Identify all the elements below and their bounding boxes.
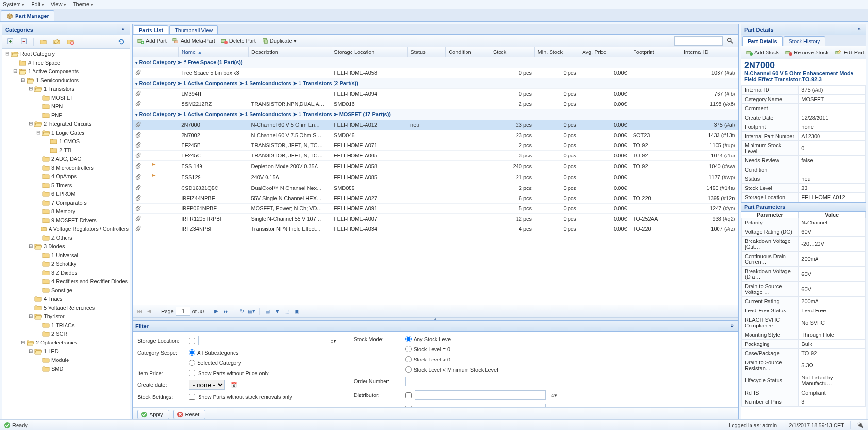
tree-toggle-icon[interactable] — [34, 181, 42, 189]
tree-node[interactable]: ⊟1 LED — [3, 347, 129, 356]
tree-node[interactable]: SMD — [3, 364, 129, 373]
tree-node[interactable]: A Voltage Regulators / Controllers — [3, 224, 129, 233]
tree-node[interactable]: ⊟Thyristor — [3, 312, 129, 321]
tree-toggle-icon[interactable] — [34, 199, 42, 206]
add-stock-button[interactable]: Add Stock — [743, 48, 782, 57]
tree-node[interactable]: 4 Rectifiers and Rectifier Diodes — [3, 277, 129, 286]
tab-stock-history[interactable]: Stock History — [784, 36, 826, 46]
group-header[interactable]: Root Category ➤ 1 Active Components ➤ 1 … — [133, 109, 738, 120]
tree-toggle-icon[interactable] — [34, 356, 42, 364]
tree-node[interactable]: Module — [3, 356, 129, 364]
pager-columns-button[interactable]: ▤ — [264, 308, 271, 315]
group-header[interactable]: Root Category ➤ # Free Space (1 Part(s)) — [133, 57, 738, 68]
parts-grid-wrap[interactable]: Name ▲DescriptionStorage LocationStatusC… — [133, 47, 738, 305]
tree-toggle-icon[interactable] — [34, 365, 42, 373]
pager-refresh-button[interactable]: ↻ — [238, 308, 246, 315]
search-input[interactable] — [674, 36, 723, 46]
scope-all-radio[interactable] — [189, 349, 195, 356]
tree-toggle-icon[interactable] — [34, 286, 42, 294]
column-header[interactable]: Stock — [490, 47, 534, 57]
delete-category-button[interactable] — [64, 37, 77, 47]
tree-node[interactable]: ⊟1 Transistors — [3, 85, 129, 93]
sm-gt0-radio[interactable] — [405, 356, 412, 362]
tree-toggle-icon[interactable] — [27, 304, 34, 311]
reset-button[interactable]: Reset — [173, 410, 206, 419]
menu-system[interactable]: System — [3, 1, 24, 7]
add-metapart-button[interactable]: Add Meta-Part — [169, 36, 218, 46]
tree-node[interactable]: 7 Comparators — [3, 198, 129, 207]
column-header[interactable]: Avg. Price — [579, 47, 630, 57]
tree-toggle-icon[interactable]: ⊟ — [11, 68, 19, 75]
manufacturer-input[interactable] — [415, 404, 546, 407]
tree-node[interactable]: 5 Voltage References — [3, 303, 129, 312]
pager-filter-button[interactable]: ▼ — [273, 308, 281, 315]
distributor-input[interactable] — [415, 390, 546, 400]
tree-node[interactable]: 5 Timers — [3, 181, 129, 189]
duplicate-button[interactable]: Duplicate ▾ — [259, 36, 300, 46]
folder-button[interactable] — [37, 37, 50, 47]
column-header[interactable]: Status — [407, 47, 446, 57]
tab-parts-list[interactable]: Parts List — [134, 25, 168, 34]
column-header[interactable]: Name ▲ — [178, 47, 248, 57]
tree-node[interactable]: Z Others — [3, 233, 129, 242]
tree-node[interactable]: ⊟3 Diodes — [3, 242, 129, 251]
stocksettings-check[interactable] — [189, 394, 195, 400]
tree-toggle-icon[interactable] — [34, 172, 42, 180]
table-row[interactable]: IRFR1205TRPBFSingle N-Channel 55 V 107…F… — [133, 214, 738, 224]
column-header[interactable]: Description — [248, 47, 331, 57]
order-input[interactable] — [405, 377, 551, 386]
createdate-select[interactable]: - none - — [189, 380, 225, 390]
tree-node[interactable]: NPN — [3, 102, 129, 111]
table-row[interactable]: BSS 149Depletion Mode 200V 0.35AFELI-HOM… — [133, 161, 738, 172]
tree-toggle-icon[interactable] — [42, 146, 50, 154]
table-row[interactable]: IRFIZ44NPBF55V Single N-Channel HEX…FELI… — [133, 193, 738, 204]
add-part-button[interactable]: Add Part — [134, 36, 169, 46]
tree-toggle-icon[interactable] — [34, 111, 42, 119]
edit-category-button[interactable] — [50, 37, 63, 47]
tree-node[interactable]: MOSFET — [3, 93, 129, 102]
tree-node[interactable]: 2 TTL — [3, 146, 129, 155]
tree-toggle-icon[interactable] — [34, 225, 41, 233]
pager-prev-button[interactable]: ◀ — [145, 308, 153, 315]
menu-theme[interactable]: Theme — [73, 1, 93, 7]
tree-toggle-icon[interactable] — [34, 321, 42, 329]
tree-node[interactable]: 3 Z Diodes — [3, 268, 129, 277]
category-tree[interactable]: ⊟Root Category# Free Space⊟1 Active Comp… — [2, 49, 130, 421]
tree-toggle-icon[interactable]: ⊟ — [19, 339, 27, 346]
tree-toggle-icon[interactable] — [34, 330, 42, 338]
tree-toggle-icon[interactable]: ⊟ — [19, 76, 27, 84]
filter-collapse-icon[interactable]: » — [729, 323, 735, 329]
tree-toggle-icon[interactable] — [34, 164, 42, 172]
table-row[interactable]: LM394HFELI-HOME-A0940 pcs0 pcs0.00€767 (… — [133, 89, 738, 99]
tree-node[interactable]: # Free Space — [3, 58, 129, 67]
table-row[interactable]: 2N7000N-Channel 60 V 5 Ohm En…FELI-HOME-… — [133, 120, 738, 130]
pager-last-button[interactable]: ⏭ — [222, 308, 230, 315]
remove-category-button[interactable] — [18, 37, 31, 47]
table-row[interactable]: IRFP064NPBFMOSFET, Power; N-Ch; VD…FELI-… — [133, 204, 738, 214]
tree-node[interactable]: 3 Microcontrollers — [3, 163, 129, 172]
delete-part-button[interactable]: Delete Part — [218, 36, 259, 46]
tree-node[interactable]: Sonstige — [3, 286, 129, 294]
tree-node[interactable]: PNP — [3, 111, 129, 120]
tree-toggle-icon[interactable] — [34, 103, 42, 110]
tab-part-details[interactable]: Part Details — [742, 36, 783, 46]
tree-toggle-icon[interactable]: ⊟ — [27, 347, 34, 355]
column-header[interactable]: Internal ID — [681, 47, 738, 57]
tree-toggle-icon[interactable] — [42, 138, 50, 145]
tree-node[interactable]: 4 OpAmps — [3, 172, 129, 181]
menu-edit[interactable]: Edit — [31, 1, 44, 7]
tree-node[interactable]: 1 Universal — [3, 251, 129, 259]
tree-node[interactable]: 1 CMOS — [3, 137, 129, 146]
tree-node[interactable]: 2 SCR — [3, 329, 129, 338]
pager-next-button[interactable]: ▶ — [212, 308, 220, 315]
storage-check[interactable] — [189, 338, 195, 344]
table-row[interactable]: Free Space 5 bin box x3FELI-HOME-A0580 p… — [133, 68, 738, 78]
storage-input[interactable] — [198, 336, 324, 345]
tree-toggle-icon[interactable] — [34, 155, 42, 163]
tab-part-manager[interactable]: Part Manager — [1, 10, 54, 21]
apply-button[interactable]: Apply — [137, 410, 169, 419]
tree-toggle-icon[interactable] — [34, 207, 42, 215]
column-header[interactable] — [148, 47, 163, 57]
tree-node[interactable]: ⊟1 Active Components — [3, 67, 129, 76]
distributor-check[interactable] — [405, 392, 412, 398]
